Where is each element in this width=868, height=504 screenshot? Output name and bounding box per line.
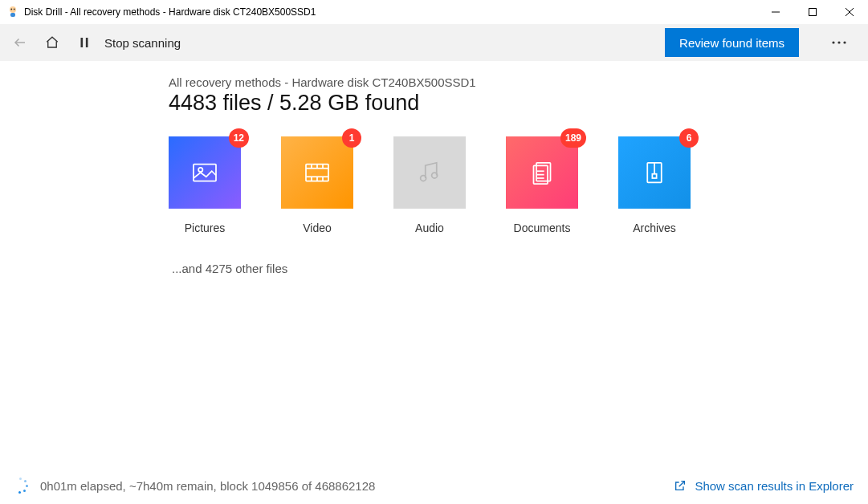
review-found-items-button[interactable]: Review found items bbox=[665, 28, 799, 57]
archives-badge: 6 bbox=[679, 128, 699, 148]
svg-rect-1 bbox=[10, 13, 15, 17]
archives-label: Archives bbox=[633, 222, 676, 234]
other-files-text: ...and 4275 other files bbox=[169, 262, 868, 275]
svg-point-15 bbox=[198, 168, 202, 172]
status-bar: 0h01m elapsed, ~7h40m remain, block 1049… bbox=[0, 467, 868, 504]
documents-icon: 189 bbox=[506, 136, 578, 209]
scan-subtitle: All recovery methods - Hardware disk CT2… bbox=[169, 75, 868, 89]
video-icon: 1 bbox=[281, 136, 353, 209]
app-icon bbox=[6, 6, 19, 18]
tile-documents[interactable]: 189 Documents bbox=[506, 136, 578, 234]
audio-icon bbox=[393, 136, 466, 209]
svg-point-0 bbox=[10, 6, 16, 13]
svg-point-12 bbox=[837, 41, 840, 43]
svg-point-3 bbox=[14, 9, 15, 10]
titlebar: Disk Drill - All recovery methods - Hard… bbox=[0, 0, 868, 24]
close-button[interactable] bbox=[831, 0, 868, 24]
tile-pictures[interactable]: 12 Pictures bbox=[169, 136, 241, 234]
stop-scanning-label[interactable]: Stop scanning bbox=[104, 36, 181, 50]
app-window: Disk Drill - All recovery methods - Hard… bbox=[0, 0, 868, 504]
svg-point-2 bbox=[10, 9, 12, 10]
open-external-icon bbox=[674, 479, 687, 492]
pictures-label: Pictures bbox=[185, 222, 226, 234]
category-tiles-row: 12 Pictures 1 Video Audio bbox=[169, 136, 868, 234]
pictures-icon: 12 bbox=[169, 136, 241, 209]
tile-video[interactable]: 1 Video bbox=[281, 136, 353, 234]
minimize-button[interactable] bbox=[757, 0, 794, 24]
toolbar: Stop scanning Review found items bbox=[0, 24, 868, 61]
svg-point-13 bbox=[843, 41, 846, 43]
home-button[interactable] bbox=[45, 35, 59, 50]
spinner-icon bbox=[13, 478, 29, 494]
show-in-explorer-link[interactable]: Show scan results in Explorer bbox=[674, 479, 860, 493]
scan-heading: 4483 files / 5.28 GB found bbox=[169, 91, 868, 116]
archives-icon: 6 bbox=[618, 136, 691, 209]
tile-audio[interactable]: Audio bbox=[393, 136, 466, 234]
documents-label: Documents bbox=[514, 222, 571, 234]
svg-point-11 bbox=[832, 41, 834, 43]
video-label: Video bbox=[303, 222, 332, 234]
more-menu-button[interactable] bbox=[823, 28, 855, 57]
status-text: 0h01m elapsed, ~7h40m remain, block 1049… bbox=[40, 479, 375, 493]
main-content: All recovery methods - Hardware disk CT2… bbox=[0, 61, 868, 467]
pause-scan-button[interactable] bbox=[77, 35, 92, 50]
window-controls bbox=[757, 0, 868, 24]
show-in-explorer-label: Show scan results in Explorer bbox=[695, 479, 854, 493]
audio-label: Audio bbox=[415, 222, 444, 234]
maximize-button[interactable] bbox=[794, 0, 831, 24]
tile-archives[interactable]: 6 Archives bbox=[618, 136, 691, 234]
back-button[interactable] bbox=[13, 35, 27, 50]
video-badge: 1 bbox=[342, 128, 361, 148]
svg-rect-9 bbox=[81, 38, 84, 47]
window-title: Disk Drill - All recovery methods - Hard… bbox=[24, 6, 316, 18]
svg-rect-5 bbox=[809, 9, 817, 16]
svg-rect-34 bbox=[652, 174, 656, 178]
pictures-badge: 12 bbox=[229, 128, 249, 148]
svg-rect-10 bbox=[86, 38, 88, 47]
documents-badge: 189 bbox=[560, 128, 586, 148]
